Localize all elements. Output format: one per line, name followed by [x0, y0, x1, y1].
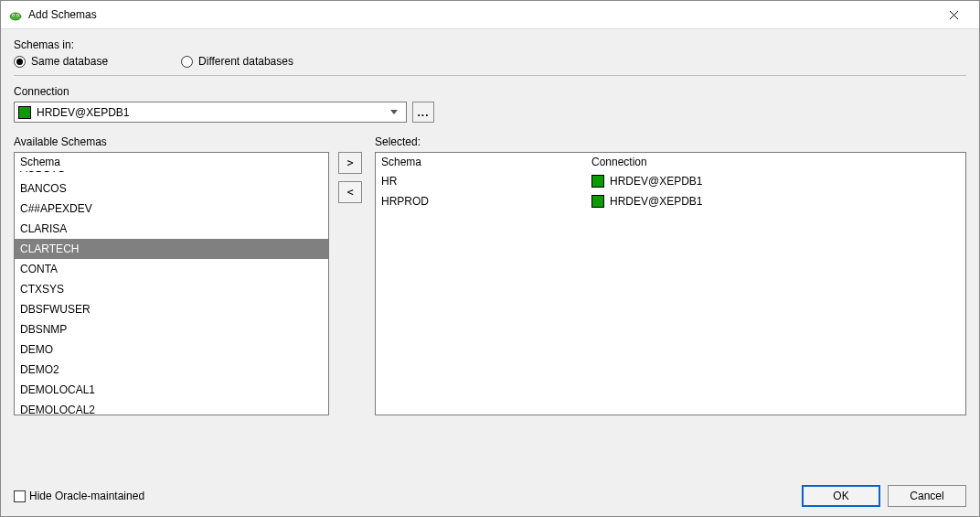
list-item[interactable]: CTXSYS [15, 279, 328, 299]
radio-different-databases[interactable]: Different databases [181, 55, 293, 68]
svg-point-0 [10, 13, 21, 20]
available-list-body[interactable]: AUDSYSBANCOSC##APEXDEVCLARISACLARTECHCON… [15, 171, 328, 415]
checkbox-label: Hide Oracle-maintained [29, 490, 144, 502]
radio-label: Different databases [198, 55, 293, 68]
list-item[interactable]: CLARISA [15, 219, 328, 239]
list-item[interactable]: CLARTECH [15, 239, 328, 259]
ellipsis-icon: ... [417, 106, 429, 119]
selected-header-schema: Schema [376, 153, 586, 171]
button-label: OK [833, 490, 848, 502]
chevron-right-icon: > [346, 156, 353, 169]
move-buttons-column: > < [338, 135, 366, 476]
list-item[interactable]: DEMOLOCAL1 [15, 380, 328, 400]
list-item[interactable]: AUDSYS [15, 171, 328, 178]
selected-row-schema[interactable]: HR [376, 171, 586, 191]
svg-point-4 [17, 15, 18, 16]
radio-group-schemas-in: Same database Different databases [14, 55, 966, 76]
dialog-window: Add Schemas Schemas in: Same database Di… [0, 0, 980, 517]
list-item[interactable]: BANCOS [15, 178, 328, 199]
checkbox-icon [14, 490, 26, 502]
window-title: Add Schemas [28, 8, 935, 21]
list-item[interactable]: DEMO2 [15, 360, 328, 380]
selected-header-connection: Connection [586, 153, 965, 171]
connection-dropdown[interactable]: HRDEV@XEPDB1 [14, 102, 407, 123]
available-listbox: Schema AUDSYSBANCOSC##APEXDEVCLARISACLAR… [14, 152, 329, 415]
dialog-footer: Hide Oracle-maintained OK Cancel [14, 485, 966, 507]
selected-column: Selected: SchemaConnectionHRHRDEV@XEPDB1… [375, 135, 966, 476]
chevron-down-icon [386, 102, 402, 122]
app-icon [8, 7, 23, 22]
close-button[interactable] [935, 2, 972, 27]
radio-icon [181, 56, 193, 68]
radio-label: Same database [31, 55, 108, 68]
svg-point-3 [13, 15, 14, 16]
connection-text: HRDEV@XEPDB1 [610, 173, 703, 189]
remove-from-selected-button[interactable]: < [338, 181, 362, 203]
dialog-content: Schemas in: Same database Different data… [1, 28, 979, 516]
available-label: Available Schemas [14, 135, 329, 148]
chevron-left-icon: < [346, 186, 353, 199]
available-column: Available Schemas Schema AUDSYSBANCOSC##… [14, 135, 329, 476]
radio-icon [14, 56, 26, 68]
selected-table[interactable]: SchemaConnectionHRHRDEV@XEPDB1HRPRODHRDE… [376, 153, 965, 211]
list-item[interactable]: DBSNMP [15, 319, 328, 339]
selected-listbox: SchemaConnectionHRHRDEV@XEPDB1HRPRODHRDE… [375, 152, 966, 415]
titlebar: Add Schemas [1, 1, 979, 28]
cancel-button[interactable]: Cancel [888, 485, 966, 507]
connection-value: HRDEV@XEPDB1 [37, 106, 380, 119]
connection-browse-button[interactable]: ... [412, 102, 434, 123]
selected-label: Selected: [375, 135, 966, 148]
selected-row-schema[interactable]: HRPROD [376, 191, 586, 211]
button-label: Cancel [910, 490, 943, 502]
add-to-selected-button[interactable]: > [338, 152, 362, 174]
connection-color-swatch [591, 175, 604, 188]
ok-button[interactable]: OK [802, 485, 880, 507]
selected-row-connection[interactable]: HRDEV@XEPDB1 [586, 171, 965, 191]
selected-row-connection[interactable]: HRDEV@XEPDB1 [586, 191, 965, 211]
lists-row: Available Schemas Schema AUDSYSBANCOSC##… [14, 135, 966, 476]
connection-row: HRDEV@XEPDB1 ... [14, 102, 966, 123]
schemas-in-label: Schemas in: [14, 38, 966, 51]
list-item[interactable]: DEMO [15, 339, 328, 360]
hide-oracle-checkbox[interactable]: Hide Oracle-maintained [14, 490, 144, 502]
connection-text: HRDEV@XEPDB1 [610, 193, 703, 210]
radio-same-database[interactable]: Same database [14, 55, 108, 68]
connection-color-swatch [591, 195, 604, 208]
list-item[interactable]: DBSFWUSER [15, 299, 328, 319]
connection-label: Connection [14, 85, 966, 98]
list-item[interactable]: C##APEXDEV [15, 199, 328, 219]
list-item[interactable]: CONTA [15, 259, 328, 279]
available-header: Schema [15, 153, 328, 171]
connection-color-swatch [18, 106, 31, 119]
list-item[interactable]: DEMOLOCAL2 [15, 400, 328, 415]
